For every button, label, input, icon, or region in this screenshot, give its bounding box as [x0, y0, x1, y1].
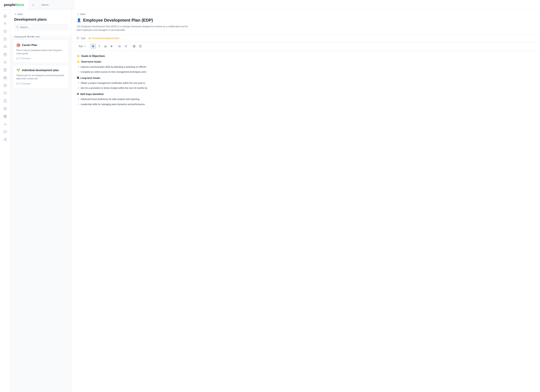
sidebar-item-gift[interactable] [2, 113, 9, 120]
sidebar-item-group[interactable] [2, 105, 9, 112]
long-term-title: 🏗 Long-term Goals: [77, 77, 535, 79]
app-logo: peopleforce [4, 3, 24, 7]
sidebar-item-chart[interactable] [2, 121, 9, 128]
type-value: ⭐ Personal development plan [88, 37, 119, 40]
svg-point-0 [32, 4, 34, 5]
skill-gaps-icon: ⚙ [77, 93, 79, 95]
sidebar-item-bag[interactable] [2, 74, 9, 81]
image-button[interactable] [131, 44, 137, 49]
search-icon [32, 4, 34, 6]
skill-gaps-list: Advanced Excel proficiency for data anal… [77, 97, 535, 106]
long-term-goals-list: Obtain a project management certificatio… [77, 81, 535, 90]
long-term-goal-2: Aim for a promotion to Senior Analyst wi… [77, 86, 535, 90]
sidebar-item-document[interactable] [2, 97, 9, 104]
plan-card-career[interactable]: 🎯 Career Plan Plan to help an employee a… [13, 40, 69, 63]
display-count: Displaying 1 - 4 of 4 in total [10, 35, 71, 40]
svg-point-42 [134, 46, 134, 46]
long-term-goal-1: Obtain a project management certificatio… [77, 81, 535, 85]
sidebar-item-search[interactable] [2, 59, 9, 66]
svg-rect-25 [16, 83, 18, 84]
main-content: Back Development plans Displaying 1 - 4 … [10, 10, 540, 392]
toolbar-divider-3 [130, 44, 130, 48]
sidebar-item-time[interactable] [2, 82, 9, 89]
text-style-dropdown[interactable]: Text [77, 44, 88, 49]
goals-icon: 📁 [77, 55, 80, 58]
detail-person-icon: 👤 [77, 18, 81, 22]
svg-point-18 [5, 140, 6, 141]
individual-plan-icon: 🌱 [16, 68, 20, 72]
global-search-bar[interactable] [29, 0, 74, 9]
short-term-title: ⭐ Short-term Goals: [77, 60, 535, 63]
sidebar-item-person[interactable] [2, 20, 9, 27]
svg-text:3: 3 [125, 46, 125, 47]
short-term-goals-list: Improve communication skills by attendin… [77, 65, 535, 74]
detail-header: Back 👤 Employee Development Plan (EDP) T… [72, 10, 540, 35]
svg-point-33 [119, 46, 119, 46]
text-style-label: Text [79, 45, 83, 48]
bullet-list-button[interactable] [117, 44, 123, 49]
numbered-list-button[interactable]: 123 [123, 44, 129, 49]
image-icon [133, 45, 135, 48]
file-button[interactable] [138, 44, 143, 49]
career-plan-title: 🎯 Career Plan [16, 43, 65, 47]
skill-gaps-title: ⚙ Skill Gaps Identified: [77, 93, 535, 95]
sidebar-item-share[interactable] [2, 136, 9, 143]
svg-point-34 [119, 47, 119, 47]
career-plan-desc: Plan to help an employee achieve their l… [16, 49, 65, 55]
logo-force: force [15, 3, 24, 7]
plan-card-individual[interactable]: 🌱 Individual development plan Tailored p… [13, 65, 69, 88]
skill-gap-2: Leadership skills for managing team dyna… [77, 103, 535, 106]
svg-point-1 [5, 22, 6, 24]
individual-plan-title: 🌱 Individual development plan [16, 68, 65, 72]
editor-content: 📁 Goals & Objectives ⭐ Short-term Goals:… [72, 51, 540, 392]
plans-panel-header: Back Development plans [10, 10, 71, 35]
career-plan-meta: 3 Templates [16, 57, 65, 60]
sidebar-item-calendar[interactable] [2, 51, 9, 58]
svg-point-8 [4, 61, 6, 63]
individual-plan-desc: Tailored plan for an employee's professi… [16, 74, 65, 80]
toolbar-divider-1 [89, 44, 89, 48]
dropdown-chevron-icon [84, 45, 86, 47]
svg-point-3 [4, 46, 5, 47]
plans-search-container [14, 24, 68, 30]
plans-back-button[interactable]: Back [14, 13, 68, 15]
tag-icon [77, 37, 79, 40]
plans-search-input[interactable] [14, 24, 68, 30]
detail-back-chevron-icon [77, 13, 79, 15]
sidebar-item-home[interactable] [2, 12, 9, 19]
sidebar-item-chat[interactable] [2, 128, 9, 135]
svg-point-32 [119, 45, 119, 46]
templates-icon-2 [16, 83, 19, 85]
sidebar-item-people[interactable] [2, 43, 9, 50]
svg-line-19 [5, 140, 6, 140]
sidebar-item-check[interactable] [2, 35, 9, 43]
svg-rect-9 [4, 77, 6, 79]
strikethrough-button[interactable]: S [109, 44, 114, 49]
underline-button[interactable]: U [103, 44, 108, 49]
type-star-icon: ⭐ [88, 37, 91, 40]
goals-section-title: 📁 Goals & Objectives [77, 55, 535, 58]
svg-rect-4 [4, 53, 6, 56]
editor-toolbar: Text B I U S 123 [72, 42, 540, 51]
back-chevron-icon [14, 13, 17, 15]
detail-back-label: Back [80, 13, 85, 15]
detail-panel: Back 👤 Employee Development Plan (EDP) T… [72, 10, 540, 392]
plans-search-icon [16, 26, 19, 29]
detail-title-container: 👤 Employee Development Plan (EDP) [77, 18, 535, 23]
plans-panel-title: Development plans [14, 17, 68, 22]
file-icon [139, 45, 142, 48]
skill-gap-1: Advanced Excel proficiency for data anal… [77, 97, 535, 101]
italic-button[interactable]: I [97, 44, 102, 49]
app-layout: Back Development plans Displaying 1 - 4 … [0, 10, 540, 392]
plans-list: 🎯 Career Plan Plan to help an employee a… [10, 40, 71, 91]
sidebar-item-heart[interactable] [2, 90, 9, 97]
sidebar-item-clock[interactable] [2, 28, 9, 35]
svg-point-16 [5, 138, 6, 139]
short-term-goal-1: Improve communication skills by attendin… [77, 65, 535, 69]
detail-description: The Employee Development Plan (EDP) is a… [77, 25, 190, 32]
sidebar-item-trophy[interactable] [2, 66, 9, 74]
short-term-goal-2: Complete an online course on time manage… [77, 70, 535, 74]
bold-button[interactable]: B [90, 44, 96, 49]
global-search-input[interactable] [35, 2, 72, 8]
detail-back-button[interactable]: Back [77, 13, 535, 15]
